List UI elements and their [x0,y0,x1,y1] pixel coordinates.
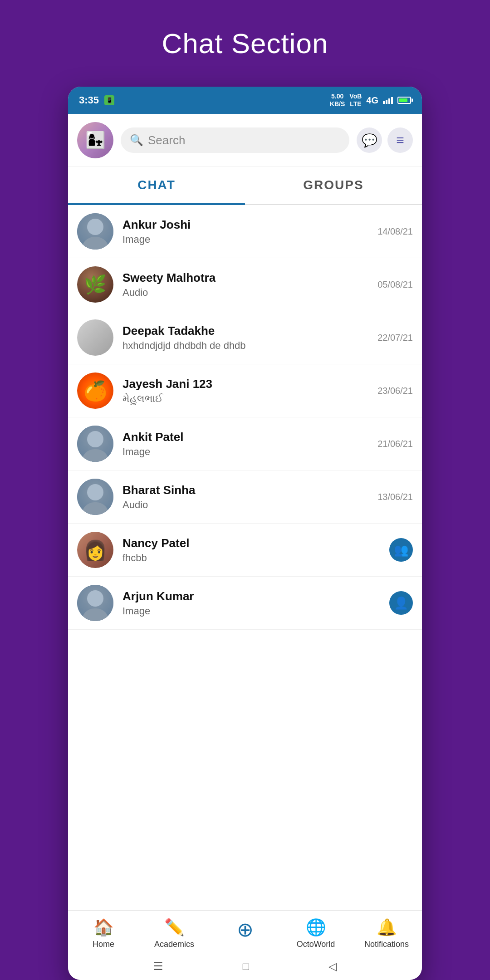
chat-name: Nancy Patel [122,536,389,550]
android-home-button[interactable]: □ [243,960,250,973]
avatar [77,319,113,356]
home-icon: 🏠 [93,918,114,937]
group-badge-icon: 👥 [394,543,408,557]
nav-notifications-label: Notifications [364,940,409,949]
chat-name: Ankit Patel [122,430,377,444]
chat-time: 23/06/21 [377,386,413,396]
list-item[interactable]: 👩 Nancy Patel fhcbb 👥 [68,524,422,577]
chat-info: Deepak Tadakhe hxhdndjdjd dhdbdh de dhdb [122,324,377,352]
list-item[interactable]: Bharat Sinha Audio 13/06/21 [68,470,422,524]
nav-octoworld-label: OctoWorld [297,940,335,949]
avatar [77,479,113,515]
chat-preview: Audio [122,287,377,299]
octoworld-icon: 🌐 [306,918,326,937]
person-badge: 👤 [389,591,413,615]
avatar [77,213,113,250]
android-back-button[interactable]: ◁ [328,960,337,973]
volte-icon: VoBLTE [349,93,362,108]
list-item[interactable]: 🍊 Jayesh Jani 123 મેહુલભાઈ 23/06/21 [68,364,422,417]
search-icon: 🔍 [130,134,143,147]
avatar: 🌿 [77,266,113,303]
chat-time: 14/08/21 [377,226,413,237]
chat-preview: Image [122,234,377,245]
nav-academics[interactable]: ✏️ Academics [139,918,210,949]
nav-academics-label: Academics [154,940,194,949]
chat-meta: 14/08/21 [377,226,413,237]
android-menu-button[interactable]: ☰ [153,960,163,973]
chat-name: Deepak Tadakhe [122,324,377,338]
avatar[interactable] [77,122,113,158]
person-badge-icon: 👤 [394,596,408,610]
chat-info: Sweety Malhotra Audio [122,271,377,299]
chat-info: Ankur Joshi Image [122,218,377,245]
avatar [77,585,113,621]
chat-info: Jayesh Jani 123 મેહુલભાઈ [122,377,377,405]
chat-time: 13/06/21 [377,492,413,502]
hamburger-icon: ≡ [396,132,404,148]
avatar [77,426,113,462]
status-bar-right: 5.00KB/S VoBLTE 4G [330,93,411,108]
nav-notifications[interactable]: 🔔 Notifications [351,918,422,949]
list-item[interactable]: 🌿 Sweety Malhotra Audio 05/08/21 [68,258,422,311]
chat-meta: 05/08/21 [377,279,413,290]
page-title: Chat Section [162,27,328,59]
chat-bubble-icon: 💬 [362,133,377,148]
menu-button[interactable]: ≡ [387,127,413,153]
phone-container: 3:35 📱 5.00KB/S VoBLTE 4G [68,87,422,980]
chat-preview: Audio [122,499,377,511]
status-time: 3:35 [79,94,99,106]
chat-preview: મેહુલભાઈ [122,393,377,405]
signal-bars [383,97,393,104]
header-icons: 💬 ≡ [357,127,413,153]
academics-icon: ✏️ [164,918,185,937]
bottom-nav: 🏠 Home ✏️ Academics ⊕ 🌐 OctoWorld 🔔 Noti… [68,910,422,953]
tab-groups[interactable]: GROUPS [245,167,422,204]
list-item[interactable]: Deepak Tadakhe hxhdndjdjd dhdbdh de dhdb… [68,311,422,364]
chat-info: Ankit Patel Image [122,430,377,458]
android-nav: ☰ □ ◁ [68,953,422,980]
chat-time: 05/08/21 [377,279,413,290]
nav-plus[interactable]: ⊕ [210,918,280,949]
chat-meta: 21/06/21 [377,439,413,449]
search-placeholder-text: Search [148,133,185,147]
notifications-icon: 🔔 [377,918,397,937]
chat-meta: 22/07/21 [377,333,413,343]
chat-bubble-button[interactable]: 💬 [357,127,382,153]
nav-home[interactable]: 🏠 Home [68,918,139,949]
chat-meta: 👥 [389,538,413,562]
chat-meta: 23/06/21 [377,386,413,396]
chat-meta: 👤 [389,591,413,615]
chat-preview: fhcbb [122,552,389,564]
chat-name: Bharat Sinha [122,483,377,497]
network-speed: 5.00KB/S [330,93,345,108]
chat-info: Arjun Kumar Image [122,589,389,617]
chat-name: Jayesh Jani 123 [122,377,377,391]
chat-preview: Image [122,446,377,458]
list-item[interactable]: Ankur Joshi Image 14/08/21 [68,205,422,258]
group-badge: 👥 [389,538,413,562]
chat-time: 21/06/21 [377,439,413,449]
chat-info: Bharat Sinha Audio [122,483,377,511]
sim-icon: 📱 [104,95,114,105]
status-bar: 3:35 📱 5.00KB/S VoBLTE 4G [68,87,422,114]
chat-list: Ankur Joshi Image 14/08/21 🌿 Sweety Malh… [68,205,422,910]
list-item[interactable]: Arjun Kumar Image 👤 [68,577,422,630]
chat-preview: hxhdndjdjd dhdbdh de dhdb [122,340,377,352]
avatar: 👩 [77,532,113,568]
status-bar-left: 3:35 📱 [79,94,114,106]
chat-name: Sweety Malhotra [122,271,377,285]
list-item[interactable]: Ankit Patel Image 21/06/21 [68,417,422,470]
nav-home-label: Home [93,940,114,949]
search-bar[interactable]: 🔍 Search [121,127,349,153]
avatar: 🍊 [77,372,113,409]
tabs: CHAT GROUPS [68,167,422,205]
header: 🔍 Search 💬 ≡ [68,114,422,167]
chat-meta: 13/06/21 [377,492,413,502]
plus-icon: ⊕ [237,918,254,941]
tab-chat[interactable]: CHAT [68,167,245,205]
chat-preview: Image [122,605,389,617]
chat-time: 22/07/21 [377,333,413,343]
battery-icon [397,97,411,104]
network-type: 4G [366,95,378,106]
nav-octoworld[interactable]: 🌐 OctoWorld [280,918,351,949]
